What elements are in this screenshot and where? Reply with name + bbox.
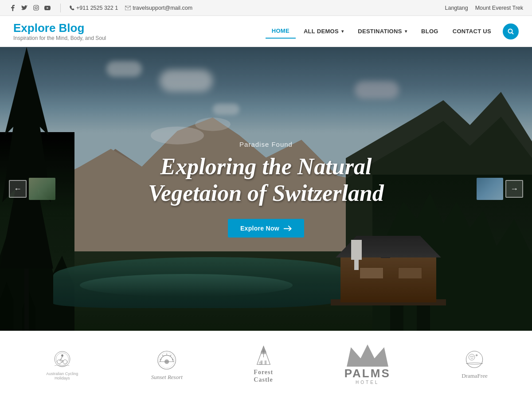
nav-destinations[interactable]: DESTINATIONS ▾	[352, 24, 413, 38]
slider-arrow-right[interactable]: →	[505, 180, 523, 198]
logo-subtitle: Inspiration for the Mind, Body, and Soul	[13, 35, 106, 41]
partner-acyclh[interactable]: Australian Cycling Holidays	[44, 349, 80, 380]
slider-preview-left	[29, 178, 55, 200]
forest-castle-icon	[256, 345, 271, 365]
main-nav: HOME ALL DEMOS ▾ DESTINATIONS ▾ BLOG CON…	[266, 23, 519, 39]
partners-section: Australian Cycling Holidays Sunset Resor…	[0, 331, 532, 398]
langtang-link[interactable]: Langtang	[445, 5, 468, 11]
svg-point-46	[472, 356, 473, 357]
acyclh-logo-icon	[50, 349, 74, 369]
mount-everest-link[interactable]: Mount Everest Trek	[475, 5, 523, 11]
svg-point-1	[35, 7, 37, 9]
svg-line-32	[162, 355, 164, 356]
explore-button[interactable]: Explore Now	[228, 219, 304, 237]
svg-point-21	[55, 352, 70, 367]
svg-point-23	[61, 354, 63, 357]
contact-info: +911 2525 322 1 travelsupport@mail.com	[70, 5, 192, 11]
svg-line-5	[512, 32, 514, 34]
svg-marker-42	[347, 344, 388, 367]
acyclh-label: Australian Cycling Holidays	[44, 372, 80, 380]
twitter-icon[interactable]	[20, 4, 28, 12]
logo-title[interactable]: Explore Blog	[13, 21, 106, 35]
partner-palms[interactable]: PALMS HOTEL	[344, 344, 391, 385]
instagram-icon[interactable]	[32, 4, 40, 12]
hero-section: ← Paradise Found Exploring the Natural V…	[0, 47, 532, 331]
top-bar: +911 2525 322 1 travelsupport@mail.com L…	[0, 0, 532, 16]
arrow-right-icon	[284, 225, 292, 231]
header: Explore Blog Inspiration for the Mind, B…	[0, 16, 532, 47]
dramafree-icon	[462, 350, 487, 370]
nav-contact[interactable]: CONTACT US	[446, 24, 497, 38]
dramafree-label: DramaFree	[462, 372, 487, 379]
email-info: travelsupport@mail.com	[125, 5, 192, 11]
svg-point-24	[57, 360, 61, 364]
forest-castle-text: Forest Castle	[254, 369, 273, 384]
chevron-down-icon: ▾	[405, 29, 407, 34]
hero-title: Exploring the Natural Vegetaion of Switz…	[111, 153, 421, 207]
sunset-logo-icon	[155, 349, 179, 371]
top-bar-left: +911 2525 322 1 travelsupport@mail.com	[9, 4, 192, 12]
svg-point-25	[63, 360, 67, 364]
chevron-down-icon: ▾	[341, 29, 344, 34]
logo-area: Explore Blog Inspiration for the Mind, B…	[13, 21, 106, 41]
nav-home[interactable]: HOME	[266, 24, 296, 39]
nav-blog[interactable]: BLOG	[415, 24, 445, 38]
svg-point-2	[37, 6, 38, 6]
sunset-label: Sunset Resort	[151, 374, 183, 381]
crown-icon	[345, 344, 390, 367]
svg-point-44	[469, 354, 475, 360]
facebook-icon[interactable]	[9, 4, 17, 12]
slider-arrow-left[interactable]: ←	[9, 180, 27, 198]
partner-dramafree[interactable]: DramaFree	[462, 350, 487, 379]
svg-point-43	[466, 351, 482, 368]
svg-point-45	[470, 356, 472, 357]
svg-rect-40	[265, 361, 267, 365]
partner-forest-castle[interactable]: Forest Castle	[254, 345, 273, 384]
hero-content: Paradise Found Exploring the Natural Veg…	[111, 141, 421, 238]
svg-line-30	[170, 355, 171, 356]
hero-subtitle: Paradise Found	[111, 141, 421, 148]
partner-sunset[interactable]: Sunset Resort	[151, 349, 183, 381]
palms-logo-content: PALMS HOTEL	[344, 344, 391, 385]
divider	[60, 4, 61, 12]
youtube-icon[interactable]	[43, 4, 51, 12]
search-button[interactable]	[503, 23, 519, 39]
social-icons	[9, 4, 51, 12]
slider-preview-right	[477, 178, 503, 200]
phone-info: +911 2525 322 1	[70, 5, 118, 11]
nav-all-demos[interactable]: ALL DEMOS ▾	[297, 24, 350, 38]
svg-point-4	[509, 29, 512, 33]
top-bar-right: Langtang Mount Everest Trek	[445, 5, 523, 11]
